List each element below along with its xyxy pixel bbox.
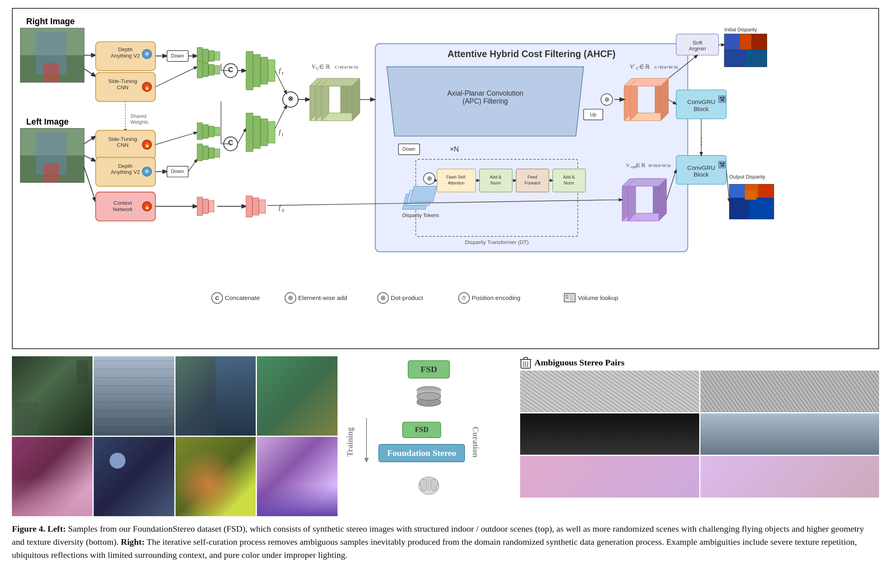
svg-text:C: C bbox=[228, 66, 233, 74]
svg-rect-79 bbox=[268, 121, 275, 143]
svg-text:C×H/4×W/16: C×H/4×W/16 bbox=[335, 65, 359, 69]
svg-rect-204 bbox=[749, 198, 774, 219]
sample-image-6 bbox=[94, 437, 174, 516]
trash-icon bbox=[520, 356, 531, 369]
svg-rect-91 bbox=[209, 200, 214, 212]
svg-point-247 bbox=[417, 392, 441, 400]
svg-text:×N: ×N bbox=[450, 145, 459, 153]
svg-text:r: r bbox=[282, 71, 284, 76]
svg-text:Depth: Depth bbox=[118, 46, 133, 52]
flow-arrows bbox=[361, 418, 372, 466]
svg-rect-97 bbox=[259, 200, 266, 213]
svg-text:Flash Self-: Flash Self- bbox=[446, 175, 467, 179]
sample-image-5 bbox=[12, 437, 93, 516]
amb-image-6 bbox=[700, 456, 879, 498]
sample-image-grid bbox=[12, 356, 338, 516]
svg-text:CNN: CNN bbox=[117, 85, 128, 90]
svg-text:V: V bbox=[312, 64, 316, 70]
caption-prefix: Figure 4. bbox=[12, 524, 47, 534]
svg-rect-72 bbox=[214, 149, 220, 157]
ambiguous-title: Ambiguous Stereo Pairs bbox=[520, 356, 879, 369]
svg-text:Disparity Tokens: Disparity Tokens bbox=[402, 213, 439, 218]
svg-text:l: l bbox=[282, 132, 283, 138]
amb-image-1 bbox=[520, 371, 699, 412]
amb-image-2 bbox=[700, 371, 879, 412]
fsd-box-2: FSD bbox=[402, 422, 441, 438]
svg-text:ConvGRU: ConvGRU bbox=[687, 99, 716, 106]
svg-text:Block: Block bbox=[694, 171, 709, 178]
sample-image-7 bbox=[176, 437, 256, 516]
sample-image-3 bbox=[176, 356, 256, 436]
svg-rect-95 bbox=[246, 196, 253, 217]
svg-rect-22 bbox=[203, 49, 208, 63]
svg-rect-5 bbox=[44, 63, 59, 83]
svg-text:V': V' bbox=[630, 64, 634, 70]
svg-text:∈ ℝ: ∈ ℝ bbox=[319, 64, 330, 70]
fsd-label: FSD bbox=[420, 364, 437, 374]
sample-image-2 bbox=[94, 356, 174, 436]
page: Right Image Left Image Depth Anything V2 bbox=[0, 0, 891, 588]
svg-text:⏱: ⏱ bbox=[461, 296, 467, 301]
svg-text:C: C bbox=[215, 295, 219, 301]
training-label: Training bbox=[345, 427, 355, 457]
svg-text:Anything V2: Anything V2 bbox=[111, 169, 140, 175]
ambiguous-section: Ambiguous Stereo Pairs bbox=[520, 356, 879, 498]
svg-text:C×H/4×W/16: C×H/4×W/16 bbox=[655, 65, 679, 69]
svg-rect-45 bbox=[268, 60, 275, 81]
caption-left-bold: Left: bbox=[47, 524, 66, 534]
svg-rect-177 bbox=[740, 34, 751, 50]
svg-rect-42 bbox=[246, 51, 253, 90]
svg-text:Down: Down bbox=[171, 53, 184, 59]
svg-rect-188 bbox=[723, 97, 725, 99]
curation-label: Curation bbox=[471, 427, 480, 457]
svg-rect-57 bbox=[209, 126, 214, 137]
svg-rect-38 bbox=[214, 65, 220, 74]
ambiguous-label: Ambiguous Stereo Pairs bbox=[534, 357, 625, 368]
amb-image-3 bbox=[520, 413, 699, 455]
svg-text:❄: ❄ bbox=[145, 51, 149, 57]
svg-text:C: C bbox=[228, 139, 233, 147]
foundation-stereo-label: Foundation Stereo bbox=[387, 448, 456, 458]
amb-image-4 bbox=[700, 413, 879, 455]
sample-image-1 bbox=[12, 356, 93, 436]
fsd-box: FSD bbox=[408, 360, 450, 379]
svg-text:🔥: 🔥 bbox=[144, 141, 150, 148]
svg-rect-237 bbox=[565, 297, 569, 299]
svg-marker-153 bbox=[410, 186, 437, 202]
svg-text:(APC) Filtering: (APC) Filtering bbox=[463, 97, 508, 105]
svg-rect-205 bbox=[745, 190, 756, 200]
svg-rect-179 bbox=[746, 50, 767, 67]
foundation-stereo-box: Foundation Stereo bbox=[378, 444, 465, 462]
svg-rect-44 bbox=[261, 57, 268, 84]
svg-text:Weights: Weights bbox=[130, 119, 148, 125]
svg-text:Initial Disparity: Initial Disparity bbox=[724, 27, 757, 33]
svg-rect-203 bbox=[729, 198, 749, 219]
svg-rect-194 bbox=[720, 162, 722, 164]
svg-text:Forward: Forward bbox=[525, 181, 540, 185]
svg-text:Norm: Norm bbox=[490, 181, 501, 185]
svg-text:V: V bbox=[626, 163, 630, 168]
svg-rect-43 bbox=[253, 54, 260, 87]
database-icon bbox=[413, 382, 445, 414]
svg-rect-10 bbox=[44, 163, 59, 183]
svg-rect-238 bbox=[570, 294, 574, 301]
svg-text:Disparity Transformer (DT): Disparity Transformer (DT) bbox=[465, 239, 529, 245]
svg-rect-23 bbox=[209, 50, 214, 61]
svg-rect-90 bbox=[203, 199, 208, 213]
svg-rect-180 bbox=[751, 34, 767, 50]
svg-rect-176 bbox=[724, 34, 740, 50]
amb-image-5 bbox=[520, 456, 699, 498]
svg-text:c: c bbox=[282, 208, 284, 213]
svg-text:Context: Context bbox=[113, 200, 132, 206]
svg-rect-71 bbox=[209, 148, 214, 158]
svg-rect-37 bbox=[209, 64, 214, 75]
svg-text:🔥: 🔥 bbox=[144, 203, 150, 210]
svg-text:Down: Down bbox=[403, 146, 415, 152]
svg-text:Add &: Add & bbox=[563, 175, 575, 179]
svg-text:Position encoding: Position encoding bbox=[472, 294, 521, 301]
svg-text:Shared: Shared bbox=[130, 113, 147, 119]
figure-caption: Figure 4. Left: Samples from our Foundat… bbox=[12, 522, 878, 561]
svg-marker-169 bbox=[661, 78, 668, 121]
svg-text:C: C bbox=[636, 66, 639, 71]
svg-text:C: C bbox=[316, 66, 319, 71]
